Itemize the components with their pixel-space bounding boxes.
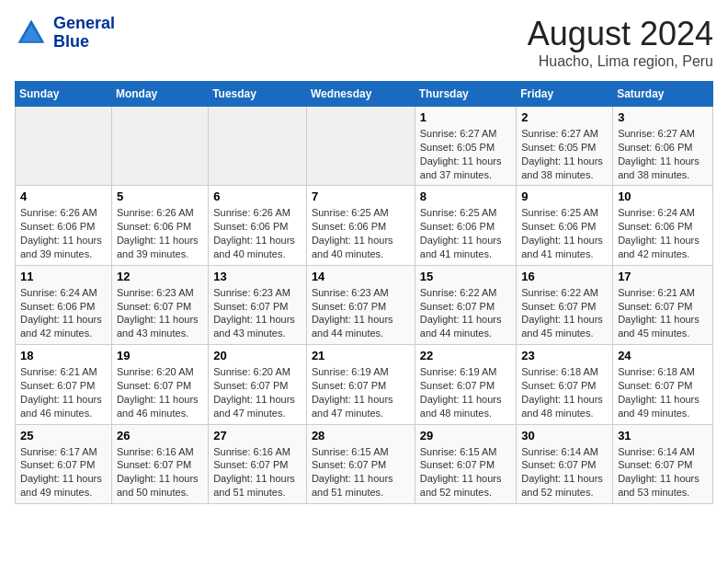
calendar-cell: 23Sunrise: 6:18 AMSunset: 6:07 PMDayligh… (517, 345, 613, 424)
title-area: August 2024 Huacho, Lima region, Peru (528, 15, 713, 70)
day-number: 13 (213, 270, 301, 283)
calendar-cell: 13Sunrise: 6:23 AMSunset: 6:07 PMDayligh… (209, 265, 307, 344)
day-number: 29 (420, 429, 511, 442)
day-number: 12 (117, 270, 203, 283)
day-number: 2 (521, 110, 608, 124)
calendar-cell: 19Sunrise: 6:20 AMSunset: 6:07 PMDayligh… (111, 345, 208, 424)
calendar-cell: 26Sunrise: 6:16 AMSunset: 6:07 PMDayligh… (111, 424, 208, 503)
day-number: 5 (117, 190, 203, 203)
cell-content: Sunrise: 6:18 AMSunset: 6:07 PMDaylight:… (618, 365, 708, 419)
week-row-1: 1Sunrise: 6:27 AMSunset: 6:05 PMDaylight… (16, 107, 713, 186)
cell-content: Sunrise: 6:15 AMSunset: 6:07 PMDaylight:… (420, 445, 511, 500)
day-number: 31 (618, 429, 708, 442)
calendar-cell: 25Sunrise: 6:17 AMSunset: 6:07 PMDayligh… (16, 424, 112, 503)
calendar-cell: 4Sunrise: 6:26 AMSunset: 6:06 PMDaylight… (16, 186, 112, 265)
cell-content: Sunrise: 6:20 AMSunset: 6:07 PMDaylight:… (213, 365, 301, 419)
cell-content: Sunrise: 6:25 AMSunset: 6:06 PMDaylight:… (312, 206, 410, 260)
main-title: August 2024 (528, 15, 713, 53)
calendar-cell: 18Sunrise: 6:21 AMSunset: 6:07 PMDayligh… (16, 345, 112, 424)
calendar-cell: 24Sunrise: 6:18 AMSunset: 6:07 PMDayligh… (613, 345, 713, 424)
calendar-cell: 22Sunrise: 6:19 AMSunset: 6:07 PMDayligh… (415, 345, 516, 424)
cell-content: Sunrise: 6:19 AMSunset: 6:07 PMDaylight:… (420, 365, 511, 419)
calendar-cell (209, 107, 307, 186)
cell-content: Sunrise: 6:27 AMSunset: 6:06 PMDaylight:… (618, 127, 708, 181)
day-number: 30 (521, 429, 608, 442)
day-number: 9 (521, 190, 608, 203)
logo: General Blue (15, 15, 115, 52)
calendar-cell: 30Sunrise: 6:14 AMSunset: 6:07 PMDayligh… (517, 424, 613, 503)
day-number: 15 (420, 270, 511, 283)
day-number: 20 (213, 349, 301, 362)
calendar-cell: 5Sunrise: 6:26 AMSunset: 6:06 PMDaylight… (111, 186, 208, 265)
cell-content: Sunrise: 6:16 AMSunset: 6:07 PMDaylight:… (117, 445, 203, 500)
cell-content: Sunrise: 6:16 AMSunset: 6:07 PMDaylight:… (213, 445, 301, 500)
header-saturday: Saturday (613, 82, 713, 107)
day-number: 11 (20, 270, 107, 283)
cell-content: Sunrise: 6:23 AMSunset: 6:07 PMDaylight:… (213, 286, 301, 340)
header-thursday: Thursday (415, 82, 516, 107)
cell-content: Sunrise: 6:27 AMSunset: 6:05 PMDaylight:… (521, 127, 608, 181)
calendar-cell: 10Sunrise: 6:24 AMSunset: 6:06 PMDayligh… (613, 186, 713, 265)
cell-content: Sunrise: 6:25 AMSunset: 6:06 PMDaylight:… (420, 206, 511, 260)
calendar-cell: 15Sunrise: 6:22 AMSunset: 6:07 PMDayligh… (415, 265, 516, 344)
day-number: 19 (117, 349, 203, 362)
header-monday: Monday (111, 82, 208, 107)
day-number: 3 (618, 110, 708, 124)
calendar-body: 1Sunrise: 6:27 AMSunset: 6:05 PMDaylight… (16, 107, 713, 504)
calendar-cell: 3Sunrise: 6:27 AMSunset: 6:06 PMDaylight… (613, 107, 713, 186)
week-row-3: 11Sunrise: 6:24 AMSunset: 6:06 PMDayligh… (16, 265, 713, 344)
header-row: SundayMondayTuesdayWednesdayThursdayFrid… (16, 82, 713, 107)
cell-content: Sunrise: 6:26 AMSunset: 6:06 PMDaylight:… (213, 206, 301, 260)
day-number: 18 (20, 349, 107, 362)
day-number: 22 (420, 349, 511, 362)
day-number: 1 (420, 110, 511, 124)
cell-content: Sunrise: 6:18 AMSunset: 6:07 PMDaylight:… (521, 365, 608, 419)
day-number: 25 (20, 429, 107, 442)
day-number: 26 (117, 429, 203, 442)
calendar-cell: 14Sunrise: 6:23 AMSunset: 6:07 PMDayligh… (306, 265, 415, 344)
day-number: 16 (521, 270, 608, 283)
calendar-cell: 17Sunrise: 6:21 AMSunset: 6:07 PMDayligh… (613, 265, 713, 344)
cell-content: Sunrise: 6:23 AMSunset: 6:07 PMDaylight:… (312, 286, 410, 340)
calendar-cell: 16Sunrise: 6:22 AMSunset: 6:07 PMDayligh… (517, 265, 613, 344)
week-row-5: 25Sunrise: 6:17 AMSunset: 6:07 PMDayligh… (16, 424, 713, 503)
cell-content: Sunrise: 6:25 AMSunset: 6:06 PMDaylight:… (521, 206, 608, 260)
header-sunday: Sunday (16, 82, 112, 107)
calendar-cell: 2Sunrise: 6:27 AMSunset: 6:05 PMDaylight… (517, 107, 613, 186)
calendar-cell (306, 107, 415, 186)
calendar-cell: 28Sunrise: 6:15 AMSunset: 6:07 PMDayligh… (306, 424, 415, 503)
cell-content: Sunrise: 6:23 AMSunset: 6:07 PMDaylight:… (117, 286, 203, 340)
day-number: 7 (312, 190, 410, 203)
cell-content: Sunrise: 6:17 AMSunset: 6:07 PMDaylight:… (20, 445, 107, 500)
calendar-header: SundayMondayTuesdayWednesdayThursdayFrid… (16, 82, 713, 107)
day-number: 27 (213, 429, 301, 442)
cell-content: Sunrise: 6:15 AMSunset: 6:07 PMDaylight:… (312, 445, 410, 500)
day-number: 6 (213, 190, 301, 203)
cell-content: Sunrise: 6:22 AMSunset: 6:07 PMDaylight:… (420, 286, 511, 340)
cell-content: Sunrise: 6:20 AMSunset: 6:07 PMDaylight:… (117, 365, 203, 419)
calendar-cell: 12Sunrise: 6:23 AMSunset: 6:07 PMDayligh… (111, 265, 208, 344)
calendar-cell: 11Sunrise: 6:24 AMSunset: 6:06 PMDayligh… (16, 265, 112, 344)
day-number: 4 (20, 190, 107, 203)
calendar-cell: 21Sunrise: 6:19 AMSunset: 6:07 PMDayligh… (306, 345, 415, 424)
calendar-table: SundayMondayTuesdayWednesdayThursdayFrid… (15, 81, 713, 504)
day-number: 10 (618, 190, 708, 203)
calendar-cell (16, 107, 112, 186)
page-header: General Blue August 2024 Huacho, Lima re… (15, 15, 713, 70)
cell-content: Sunrise: 6:19 AMSunset: 6:07 PMDaylight:… (312, 365, 410, 419)
calendar-cell (111, 107, 208, 186)
cell-content: Sunrise: 6:14 AMSunset: 6:07 PMDaylight:… (618, 445, 708, 500)
subtitle: Huacho, Lima region, Peru (528, 53, 713, 70)
cell-content: Sunrise: 6:26 AMSunset: 6:06 PMDaylight:… (117, 206, 203, 260)
header-wednesday: Wednesday (306, 82, 415, 107)
calendar-cell: 27Sunrise: 6:16 AMSunset: 6:07 PMDayligh… (209, 424, 307, 503)
header-tuesday: Tuesday (209, 82, 307, 107)
logo-text: General Blue (53, 15, 115, 52)
cell-content: Sunrise: 6:22 AMSunset: 6:07 PMDaylight:… (521, 286, 608, 340)
cell-content: Sunrise: 6:27 AMSunset: 6:05 PMDaylight:… (420, 127, 511, 181)
cell-content: Sunrise: 6:26 AMSunset: 6:06 PMDaylight:… (20, 206, 107, 260)
day-number: 24 (618, 349, 708, 362)
week-row-2: 4Sunrise: 6:26 AMSunset: 6:06 PMDaylight… (16, 186, 713, 265)
calendar-cell: 6Sunrise: 6:26 AMSunset: 6:06 PMDaylight… (209, 186, 307, 265)
cell-content: Sunrise: 6:24 AMSunset: 6:06 PMDaylight:… (618, 206, 708, 260)
